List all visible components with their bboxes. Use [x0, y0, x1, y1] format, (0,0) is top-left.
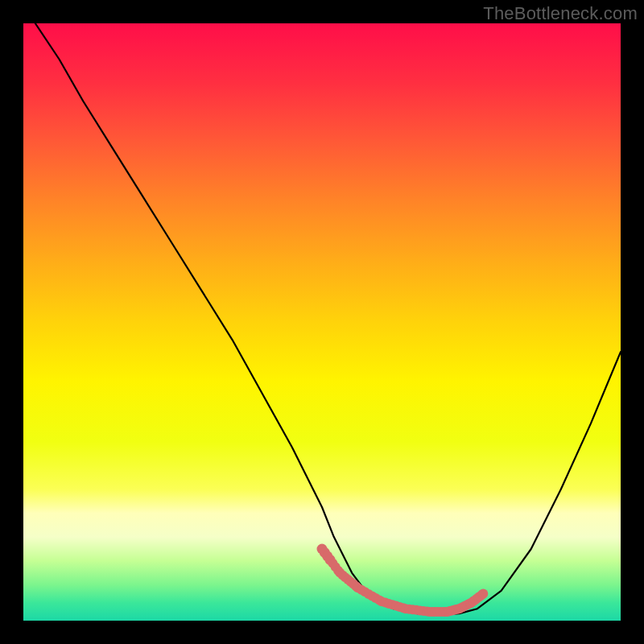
- chart-svg: [23, 23, 621, 621]
- gradient-background: [23, 23, 621, 621]
- plot-area: [23, 23, 621, 621]
- chart-frame: TheBottleneck.com: [0, 0, 644, 644]
- optimal-dot: [478, 589, 488, 599]
- watermark-text: TheBottleneck.com: [483, 3, 638, 24]
